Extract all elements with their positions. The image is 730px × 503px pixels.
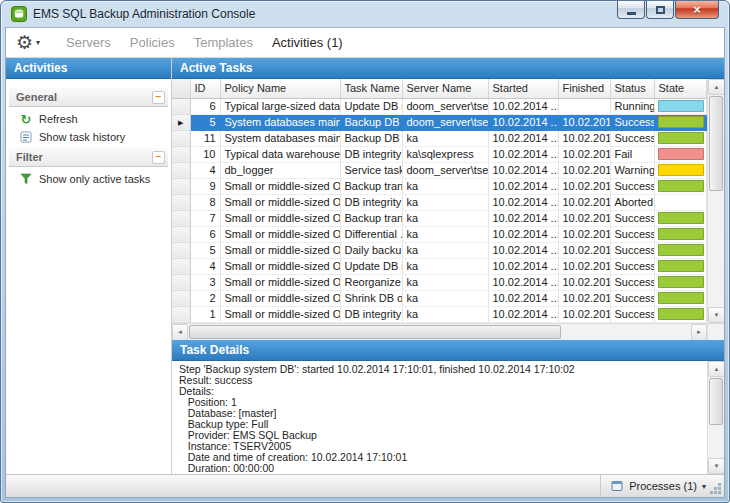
table-horizontal-scrollbar[interactable]: ◄ ► [172, 323, 724, 340]
scroll-down-icon[interactable]: ▼ [708, 458, 724, 474]
cell-finished: 10.02.201... [558, 114, 610, 130]
cell-status: Success [610, 274, 654, 290]
cell-status: Success [610, 226, 654, 242]
tab-activities-1[interactable]: Activities (1) [272, 35, 343, 50]
row-selector [172, 306, 190, 322]
collapse-button[interactable]: − [152, 151, 165, 164]
details-vertical-scrollbar[interactable]: ▲ ▼ [707, 361, 724, 475]
collapse-button[interactable]: − [152, 91, 165, 104]
chevron-down-icon: ▾ [36, 38, 40, 47]
tab-templates[interactable]: Templates [194, 35, 253, 50]
cell-finished: 10.02.201... [558, 274, 610, 290]
table-row[interactable]: 2Small or middle-sized OLTP ...Shrink DB… [172, 290, 707, 306]
maximize-icon [656, 6, 665, 14]
tab-policies[interactable]: Policies [130, 35, 175, 50]
tab-servers[interactable]: Servers [66, 35, 111, 50]
cell-id: 10 [190, 146, 220, 162]
sidebar-body: General−↻RefreshShow task historyFilter−… [6, 79, 171, 474]
processes-dropdown[interactable]: Processes (1) ▾ [600, 475, 706, 497]
row-selector [172, 290, 190, 306]
scroll-up-icon[interactable]: ▲ [708, 79, 725, 95]
row-selector [172, 130, 190, 146]
scrollbar-thumb[interactable] [189, 325, 561, 339]
group-header-filter: Filter− [9, 148, 168, 167]
scrollbar-corner [707, 324, 724, 340]
cell-id: 11 [190, 130, 220, 146]
close-button[interactable]: × [675, 1, 719, 19]
scroll-right-icon[interactable]: ► [691, 324, 707, 341]
sidebar-item-refresh[interactable]: ↻Refresh [6, 110, 171, 128]
filter-icon [19, 173, 33, 185]
scroll-down-icon[interactable]: ▼ [708, 307, 725, 323]
row-selector [172, 274, 190, 290]
table-row[interactable]: 7Small or middle-sized OLTP ...Backup tr… [172, 210, 707, 226]
column-header-policy-name[interactable]: Policy Name [220, 79, 340, 98]
scrollbar-track[interactable] [188, 324, 691, 340]
cell-policy-name: Small or middle-sized OLTP ... [220, 258, 340, 274]
minimize-button[interactable] [617, 1, 645, 19]
table-vertical-scrollbar[interactable]: ▲ ▼ [707, 79, 724, 323]
cell-finished: 10.02.201... [558, 226, 610, 242]
table-row[interactable]: 10Typical data warehouse mai...DB integr… [172, 146, 707, 162]
cell-status: Warning [610, 162, 654, 178]
scroll-left-icon[interactable]: ◄ [172, 324, 188, 341]
cell-started: 10.02.2014 ... [488, 114, 558, 130]
refresh-icon: ↻ [19, 112, 33, 127]
cell-finished: 10.02.201... [558, 130, 610, 146]
table-row[interactable]: 1Small or middle-sized OLTP ...DB integr… [172, 306, 707, 322]
cell-server-name: doom_server\tser... [402, 114, 488, 130]
cell-id: 5 [190, 114, 220, 130]
gear-menu-button[interactable]: ⚙ ▾ [16, 33, 40, 53]
sidebar-item-show-task-history[interactable]: Show task history [6, 128, 171, 146]
sidebar-item-show-only-active-tasks[interactable]: Show only active tasks [6, 170, 171, 188]
column-header-server-name[interactable]: Server Name [402, 79, 488, 98]
table-row[interactable]: 11System databases mainten...Backup DBka… [172, 130, 707, 146]
scrollbar-track[interactable] [708, 377, 724, 459]
table-row[interactable]: 3Small or middle-sized OLTP ...Reorganiz… [172, 274, 707, 290]
cell-status: Fail [610, 146, 654, 162]
table-row[interactable]: 4Small or middle-sized OLTP ...Update DB… [172, 258, 707, 274]
sidebar-title: Activities [6, 58, 171, 79]
history-icon [19, 131, 33, 143]
scrollbar-thumb[interactable] [709, 378, 723, 425]
cell-server-name: ka [402, 258, 488, 274]
table-row[interactable]: 8Small or middle-sized OLTP ...DB integr… [172, 194, 707, 210]
column-header-status[interactable]: Status [610, 79, 654, 98]
task-details-title: Task Details [172, 340, 724, 361]
sidebar-item-label: Show task history [39, 131, 125, 143]
cell-started: 10.02.2014 ... [488, 290, 558, 306]
column-header-task-name[interactable]: Task Name [340, 79, 402, 98]
table-row[interactable]: 5Small or middle-sized OLTP ...Daily bac… [172, 242, 707, 258]
group-label: Filter [16, 151, 43, 163]
cell-server-name: ka [402, 290, 488, 306]
main-panel: Active Tasks IDPolicy NameTask NameServe… [172, 58, 724, 474]
cell-task-name: Backup tran... [340, 178, 402, 194]
cell-status: Success [610, 210, 654, 226]
table-row[interactable]: 6Small or middle-sized OLTP ...Different… [172, 226, 707, 242]
resize-grip[interactable] [710, 483, 722, 495]
table-row[interactable]: 9Small or middle-sized OLTP ...Backup tr… [172, 178, 707, 194]
task-details-panel: Step 'Backup system DB': started 10.02.2… [172, 361, 724, 475]
table-row[interactable]: 4db_loggerService task 1doom_server\tser… [172, 162, 707, 178]
table-row[interactable]: 6Typical large-sized databas...Update DB… [172, 98, 707, 114]
scrollbar-thumb[interactable] [709, 96, 723, 191]
cell-state [654, 242, 707, 258]
cell-task-name: Daily backu... [340, 242, 402, 258]
column-header-finished[interactable]: Finished [558, 79, 610, 98]
column-header-id[interactable]: ID [190, 79, 220, 98]
titlebar[interactable]: EMS SQL Backup Administration Console × [5, 1, 725, 27]
row-selector: ▶ [172, 114, 190, 130]
cell-started: 10.02.2014 ... [488, 306, 558, 322]
cell-policy-name: Small or middle-sized OLTP ... [220, 210, 340, 226]
state-bar [658, 164, 704, 176]
state-bar [658, 260, 704, 272]
table-row[interactable]: ▶5System databases mainten...Backup DBdo… [172, 114, 707, 130]
maximize-button[interactable] [646, 1, 674, 19]
column-header-state[interactable]: State [654, 79, 707, 98]
scrollbar-track[interactable] [708, 95, 724, 307]
active-tasks-title: Active Tasks [172, 58, 724, 79]
cell-task-name: DB integrity ... [340, 194, 402, 210]
column-header-started[interactable]: Started [488, 79, 558, 98]
scroll-up-icon[interactable]: ▲ [708, 361, 724, 377]
cell-state [654, 162, 707, 178]
